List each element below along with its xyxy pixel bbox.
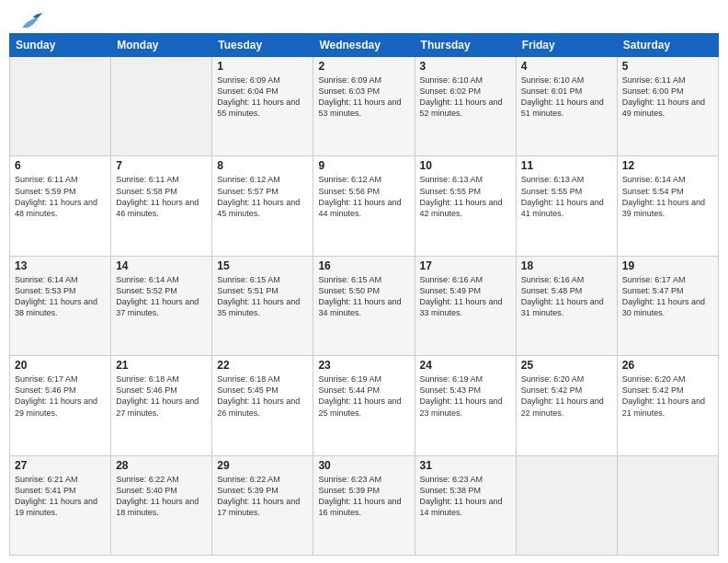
day-header-monday: Monday [111, 34, 212, 57]
cell-sun-info: Sunrise: 6:09 AMSunset: 6:04 PMDaylight:… [217, 75, 308, 120]
day-number: 7 [116, 159, 207, 172]
cell-sun-info: Sunrise: 6:10 AMSunset: 6:02 PMDaylight:… [420, 75, 511, 120]
page: SundayMondayTuesdayWednesdayThursdayFrid… [0, 0, 728, 563]
calendar-day-31: 31Sunrise: 6:23 AMSunset: 5:38 PMDayligh… [415, 455, 516, 555]
cell-sun-info: Sunrise: 6:15 AMSunset: 5:51 PMDaylight:… [217, 274, 308, 319]
calendar-day-4: 4Sunrise: 6:10 AMSunset: 6:01 PMDaylight… [516, 57, 617, 156]
day-number: 4 [521, 60, 612, 73]
cell-sun-info: Sunrise: 6:11 AMSunset: 5:58 PMDaylight:… [116, 174, 207, 219]
logo [17, 11, 44, 28]
day-number: 8 [217, 159, 308, 172]
calendar-day-14: 14Sunrise: 6:14 AMSunset: 5:52 PMDayligh… [111, 256, 212, 355]
cell-sun-info: Sunrise: 6:17 AMSunset: 5:46 PMDaylight:… [15, 373, 106, 419]
cell-sun-info: Sunrise: 6:12 AMSunset: 5:56 PMDaylight:… [318, 174, 409, 219]
calendar-table: SundayMondayTuesdayWednesdayThursdayFrid… [9, 33, 719, 556]
calendar-week-row: 13Sunrise: 6:14 AMSunset: 5:53 PMDayligh… [10, 256, 719, 355]
calendar-day-24: 24Sunrise: 6:19 AMSunset: 5:43 PMDayligh… [415, 356, 516, 455]
day-number: 15 [217, 259, 308, 272]
cell-sun-info: Sunrise: 6:09 AMSunset: 6:03 PMDaylight:… [318, 75, 409, 120]
cell-sun-info: Sunrise: 6:16 AMSunset: 5:48 PMDaylight:… [521, 274, 612, 319]
calendar-day-3: 3Sunrise: 6:10 AMSunset: 6:02 PMDaylight… [415, 57, 516, 156]
calendar-empty-cell [617, 455, 718, 555]
calendar-day-6: 6Sunrise: 6:11 AMSunset: 5:59 PMDaylight… [10, 156, 111, 256]
calendar-day-25: 25Sunrise: 6:20 AMSunset: 5:42 PMDayligh… [516, 356, 617, 455]
cell-sun-info: Sunrise: 6:15 AMSunset: 5:50 PMDaylight:… [318, 274, 409, 319]
cell-sun-info: Sunrise: 6:22 AMSunset: 5:40 PMDaylight:… [116, 474, 207, 519]
cell-sun-info: Sunrise: 6:19 AMSunset: 5:43 PMDaylight:… [420, 373, 511, 419]
day-header-wednesday: Wednesday [313, 34, 415, 57]
calendar-day-29: 29Sunrise: 6:22 AMSunset: 5:39 PMDayligh… [212, 455, 313, 555]
calendar-day-27: 27Sunrise: 6:21 AMSunset: 5:41 PMDayligh… [10, 455, 111, 555]
day-number: 3 [420, 60, 511, 73]
day-number: 16 [318, 259, 409, 272]
day-number: 5 [622, 60, 713, 73]
calendar-day-26: 26Sunrise: 6:20 AMSunset: 5:42 PMDayligh… [617, 356, 718, 455]
calendar-day-21: 21Sunrise: 6:18 AMSunset: 5:46 PMDayligh… [111, 356, 212, 455]
calendar-day-12: 12Sunrise: 6:14 AMSunset: 5:54 PMDayligh… [617, 156, 718, 256]
day-number: 18 [521, 259, 612, 272]
calendar-day-23: 23Sunrise: 6:19 AMSunset: 5:44 PMDayligh… [313, 356, 415, 455]
calendar-day-22: 22Sunrise: 6:18 AMSunset: 5:45 PMDayligh… [212, 356, 313, 455]
day-number: 17 [420, 259, 511, 272]
calendar-day-30: 30Sunrise: 6:23 AMSunset: 5:39 PMDayligh… [313, 455, 415, 555]
cell-sun-info: Sunrise: 6:14 AMSunset: 5:52 PMDaylight:… [116, 274, 207, 319]
day-number: 29 [217, 459, 308, 472]
day-number: 9 [318, 159, 409, 172]
cell-sun-info: Sunrise: 6:14 AMSunset: 5:54 PMDaylight:… [622, 174, 713, 219]
day-number: 19 [622, 259, 713, 272]
calendar-day-11: 11Sunrise: 6:13 AMSunset: 5:55 PMDayligh… [516, 156, 617, 256]
cell-sun-info: Sunrise: 6:20 AMSunset: 5:42 PMDaylight:… [521, 373, 612, 419]
calendar-day-15: 15Sunrise: 6:15 AMSunset: 5:51 PMDayligh… [212, 256, 313, 355]
cell-sun-info: Sunrise: 6:10 AMSunset: 6:01 PMDaylight:… [521, 75, 612, 120]
calendar-empty-cell [10, 57, 111, 156]
header [0, 0, 728, 33]
cell-sun-info: Sunrise: 6:20 AMSunset: 5:42 PMDaylight:… [622, 373, 713, 419]
calendar-header-row: SundayMondayTuesdayWednesdayThursdayFrid… [10, 34, 719, 57]
logo-bird-icon [20, 11, 44, 31]
cell-sun-info: Sunrise: 6:21 AMSunset: 5:41 PMDaylight:… [15, 474, 106, 519]
day-header-sunday: Sunday [10, 34, 111, 57]
day-number: 11 [521, 159, 612, 172]
cell-sun-info: Sunrise: 6:19 AMSunset: 5:44 PMDaylight:… [318, 373, 409, 419]
calendar-day-10: 10Sunrise: 6:13 AMSunset: 5:55 PMDayligh… [415, 156, 516, 256]
calendar: SundayMondayTuesdayWednesdayThursdayFrid… [0, 33, 728, 563]
calendar-empty-cell [111, 57, 212, 156]
calendar-day-9: 9Sunrise: 6:12 AMSunset: 5:56 PMDaylight… [313, 156, 415, 256]
day-number: 22 [217, 359, 308, 372]
calendar-empty-cell [516, 455, 617, 555]
calendar-day-7: 7Sunrise: 6:11 AMSunset: 5:58 PMDaylight… [111, 156, 212, 256]
day-number: 12 [622, 159, 713, 172]
cell-sun-info: Sunrise: 6:22 AMSunset: 5:39 PMDaylight:… [217, 474, 308, 519]
day-header-saturday: Saturday [617, 34, 718, 57]
calendar-day-2: 2Sunrise: 6:09 AMSunset: 6:03 PMDaylight… [313, 57, 415, 156]
day-number: 20 [15, 359, 106, 372]
day-number: 25 [521, 359, 612, 372]
calendar-day-8: 8Sunrise: 6:12 AMSunset: 5:57 PMDaylight… [212, 156, 313, 256]
day-number: 24 [420, 359, 511, 372]
day-number: 21 [116, 359, 207, 372]
cell-sun-info: Sunrise: 6:11 AMSunset: 6:00 PMDaylight:… [622, 75, 713, 120]
calendar-day-13: 13Sunrise: 6:14 AMSunset: 5:53 PMDayligh… [10, 256, 111, 355]
day-number: 31 [420, 459, 511, 472]
calendar-week-row: 6Sunrise: 6:11 AMSunset: 5:59 PMDaylight… [10, 156, 719, 256]
cell-sun-info: Sunrise: 6:16 AMSunset: 5:49 PMDaylight:… [420, 274, 511, 319]
cell-sun-info: Sunrise: 6:18 AMSunset: 5:45 PMDaylight:… [217, 373, 308, 419]
cell-sun-info: Sunrise: 6:13 AMSunset: 5:55 PMDaylight:… [420, 174, 511, 219]
cell-sun-info: Sunrise: 6:18 AMSunset: 5:46 PMDaylight:… [116, 373, 207, 419]
cell-sun-info: Sunrise: 6:12 AMSunset: 5:57 PMDaylight:… [217, 174, 308, 219]
calendar-week-row: 20Sunrise: 6:17 AMSunset: 5:46 PMDayligh… [10, 356, 719, 455]
day-header-thursday: Thursday [415, 34, 516, 57]
day-number: 30 [318, 459, 409, 472]
cell-sun-info: Sunrise: 6:17 AMSunset: 5:47 PMDaylight:… [622, 274, 713, 319]
day-number: 13 [15, 259, 106, 272]
calendar-day-16: 16Sunrise: 6:15 AMSunset: 5:50 PMDayligh… [313, 256, 415, 355]
day-number: 2 [318, 60, 409, 73]
cell-sun-info: Sunrise: 6:23 AMSunset: 5:39 PMDaylight:… [318, 474, 409, 519]
calendar-day-19: 19Sunrise: 6:17 AMSunset: 5:47 PMDayligh… [617, 256, 718, 355]
calendar-day-20: 20Sunrise: 6:17 AMSunset: 5:46 PMDayligh… [10, 356, 111, 455]
day-number: 10 [420, 159, 511, 172]
cell-sun-info: Sunrise: 6:14 AMSunset: 5:53 PMDaylight:… [15, 274, 106, 319]
cell-sun-info: Sunrise: 6:13 AMSunset: 5:55 PMDaylight:… [521, 174, 612, 219]
cell-sun-info: Sunrise: 6:23 AMSunset: 5:38 PMDaylight:… [420, 474, 511, 519]
day-number: 23 [318, 359, 409, 372]
